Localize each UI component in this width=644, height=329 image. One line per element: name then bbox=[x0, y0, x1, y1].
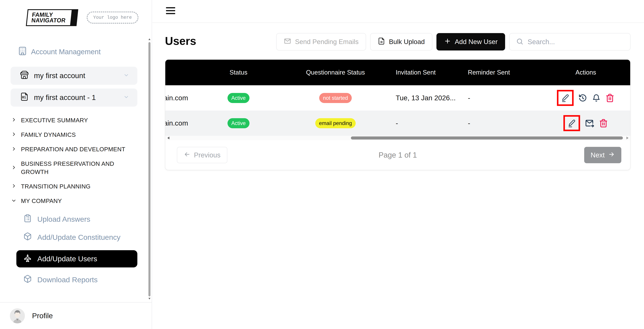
logo-row: FAMILY NAVIGATOR Your logo here bbox=[0, 0, 152, 26]
clipboard-icon bbox=[23, 214, 32, 224]
next-page-button[interactable]: Next bbox=[584, 147, 621, 163]
profile-button[interactable]: Profile bbox=[0, 302, 152, 329]
sidebar-item-download-reports[interactable]: Download Reports bbox=[23, 275, 152, 285]
reminder-sent-cell: - bbox=[463, 119, 541, 127]
sidebar-section-preparation-development[interactable]: PREPARATION AND DEVELOPMENT bbox=[12, 145, 152, 153]
document-icon bbox=[378, 37, 385, 46]
highlight-box bbox=[564, 115, 580, 131]
delete-user-button[interactable] bbox=[599, 119, 608, 128]
edit-user-button[interactable] bbox=[567, 119, 576, 128]
chevron-down-icon bbox=[124, 72, 129, 80]
trash-icon bbox=[599, 119, 608, 128]
status-badge: Active bbox=[228, 118, 249, 128]
chevron-right-icon bbox=[12, 183, 16, 190]
chevron-right-icon bbox=[12, 131, 16, 138]
sidebar-section-business-preservation[interactable]: BUSINESS PRESERVATION AND GROWTH bbox=[12, 160, 152, 176]
sidebar-section-my-company[interactable]: MY COMPANY bbox=[12, 197, 152, 205]
sidebar: FAMILY NAVIGATOR Your logo here Account … bbox=[0, 0, 152, 329]
column-header-actions: Actions bbox=[542, 69, 630, 76]
cube-icon bbox=[23, 275, 32, 285]
history-button[interactable] bbox=[578, 93, 587, 103]
hamburger-menu-icon[interactable] bbox=[166, 7, 175, 16]
search-icon bbox=[516, 38, 524, 46]
search-box bbox=[509, 33, 630, 51]
chevron-down-icon bbox=[124, 93, 129, 102]
bulk-upload-button[interactable]: Bulk Upload bbox=[370, 33, 432, 51]
invitation-sent-cell: Tue, 13 Jan 2026... bbox=[392, 94, 463, 102]
questionnaire-status-badge: not started bbox=[319, 93, 352, 103]
reminder-bell-button[interactable] bbox=[592, 93, 601, 103]
account-selector-secondary[interactable]: 01 my first account - 1 bbox=[10, 89, 137, 107]
arrow-left-icon bbox=[184, 151, 190, 159]
account-label: my first account - 1 bbox=[34, 93, 96, 102]
pagination: Previous Page 1 of 1 Next bbox=[165, 140, 630, 170]
arrow-right-icon bbox=[608, 151, 615, 159]
actions-cell bbox=[542, 90, 630, 106]
sidebar-nav: Account Management my first account 01 m… bbox=[0, 26, 152, 302]
add-new-user-button[interactable]: Add New User bbox=[436, 33, 505, 51]
envelope-icon bbox=[284, 37, 291, 46]
avatar bbox=[10, 308, 25, 323]
trash-icon bbox=[605, 93, 614, 103]
brand-line2: NAVIGATOR bbox=[31, 18, 66, 23]
my-company-items: Upload Answers Add/Update Constituency A… bbox=[0, 214, 152, 285]
topbar bbox=[152, 0, 644, 23]
sidebar-scrollbar bbox=[148, 38, 151, 301]
sidebar-item-add-update-constituency[interactable]: Add/Update Constituency bbox=[23, 232, 152, 242]
brand-line1: FAMILY bbox=[32, 12, 66, 18]
document-01-icon: 01 bbox=[20, 92, 29, 103]
brand-logo: FAMILY NAVIGATOR bbox=[26, 9, 78, 26]
account-management-label: Account Management bbox=[31, 48, 101, 56]
table-row: ain.com Active not started Tue, 13 Jan 2… bbox=[165, 85, 630, 111]
pencil-icon bbox=[567, 119, 576, 128]
bell-icon bbox=[592, 93, 601, 103]
sidebar-item-upload-answers[interactable]: Upload Answers bbox=[23, 214, 152, 224]
user-email-clipped: ain.com bbox=[165, 94, 188, 102]
table-horizontal-scrollbar bbox=[166, 136, 630, 140]
delete-user-button[interactable] bbox=[605, 93, 614, 103]
report-sections: EXECUTIVE SUMMARY FAMILY DYNAMICS PREPAR… bbox=[0, 116, 152, 205]
send-email-button[interactable] bbox=[584, 118, 594, 128]
logo-placeholder: Your logo here bbox=[87, 12, 138, 24]
chevron-right-icon bbox=[12, 164, 16, 171]
table-row: ain.com Active email pending - - bbox=[165, 111, 630, 136]
toolbar: Send Pending Emails Bulk Upload Add New … bbox=[276, 33, 630, 51]
scroll-right-arrow-icon[interactable] bbox=[626, 137, 628, 139]
chevron-down-icon bbox=[12, 197, 16, 204]
cube-icon bbox=[23, 232, 32, 242]
reminder-sent-cell: - bbox=[463, 94, 541, 102]
send-pending-emails-button[interactable]: Send Pending Emails bbox=[276, 33, 366, 51]
building-icon bbox=[18, 46, 27, 58]
previous-page-button[interactable]: Previous bbox=[177, 147, 227, 163]
pencil-icon bbox=[561, 94, 570, 102]
invitation-sent-cell: - bbox=[392, 119, 463, 127]
user-email-clipped: ain.com bbox=[165, 119, 188, 127]
scroll-up-arrow-icon[interactable] bbox=[148, 38, 150, 40]
table-header-row: Status Questionnaire Status Invitation S… bbox=[165, 60, 630, 85]
sidebar-item-add-update-users[interactable]: Add/Update Users bbox=[16, 250, 137, 267]
scroll-left-arrow-icon[interactable] bbox=[167, 137, 170, 139]
highlight-box bbox=[557, 90, 574, 106]
plane-icon bbox=[23, 254, 32, 264]
table-scrollbar-thumb[interactable] bbox=[351, 136, 623, 140]
history-icon bbox=[578, 93, 587, 103]
edit-user-button[interactable] bbox=[561, 94, 570, 102]
column-header-invitation-sent: Invitation Sent bbox=[392, 69, 463, 76]
page-title: Users bbox=[165, 35, 196, 48]
main-content: Users Send Pending Emails Bulk Upload Ad… bbox=[152, 23, 644, 329]
chevron-right-icon bbox=[12, 146, 16, 153]
status-badge: Active bbox=[228, 93, 249, 103]
sidebar-section-transition-planning[interactable]: TRANSITION PLANNING bbox=[12, 182, 152, 190]
page-indicator: Page 1 of 1 bbox=[378, 151, 417, 159]
svg-text:01: 01 bbox=[22, 95, 26, 99]
search-input[interactable] bbox=[528, 38, 624, 46]
sidebar-section-executive-summary[interactable]: EXECUTIVE SUMMARY bbox=[12, 116, 152, 124]
account-selector-primary[interactable]: my first account bbox=[10, 67, 137, 85]
profile-label: Profile bbox=[32, 311, 53, 320]
questionnaire-status-badge: email pending bbox=[315, 118, 356, 128]
sidebar-scrollbar-thumb[interactable] bbox=[148, 42, 150, 296]
column-header-status: Status bbox=[198, 69, 279, 76]
sidebar-section-family-dynamics[interactable]: FAMILY DYNAMICS bbox=[12, 131, 152, 139]
scroll-down-arrow-icon[interactable] bbox=[148, 298, 150, 299]
sidebar-item-account-management[interactable]: Account Management bbox=[18, 46, 152, 58]
